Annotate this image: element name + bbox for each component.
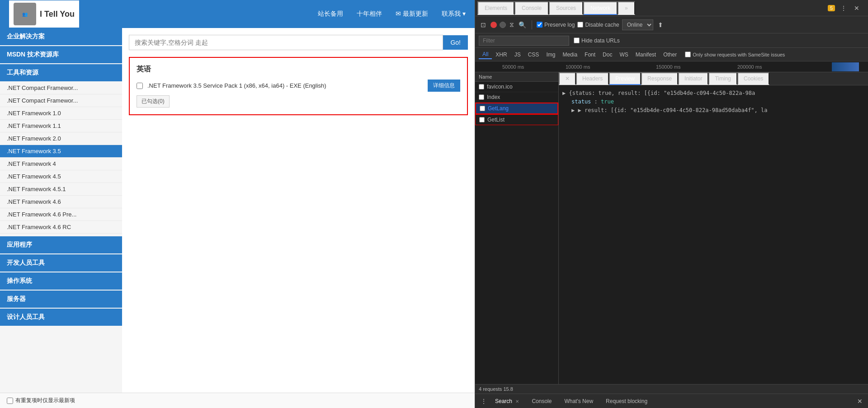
list-item-9[interactable]: .NET Framework 4.6 [0,196,122,208]
more-options-icon[interactable]: ⋮ [839,4,849,13]
type-btn-img[interactable]: Img [542,51,559,59]
sidebar-cat-server[interactable]: 服务器 [0,291,122,308]
bottom-tab-console-label: Console [532,398,552,404]
type-btn-ws[interactable]: WS [616,51,632,59]
preview-tab-preview[interactable]: Preview [609,72,641,85]
hide-data-urls-checkbox[interactable] [574,38,580,43]
list-item-3[interactable]: .NET Framework 1.1 [0,120,122,132]
tab-console[interactable]: Console [514,1,549,15]
request-checkbox-getlist[interactable] [479,117,485,122]
site-content: 企业解决方案 MSDN 技术资源库 工具和资源 .NET Compact Fra… [0,28,475,393]
tab-elements[interactable]: Elements [477,1,514,15]
sidebar-list-scroll[interactable]: .NET Compact Framewor... .NET Compact Fr… [0,82,122,235]
request-item-getlist[interactable]: GetList [475,114,558,125]
latest-only-label: 有重复项时仅显示最新项 [15,397,75,404]
list-item-2[interactable]: .NET Framework 1.0 [0,107,122,120]
type-btn-other[interactable]: Other [660,51,680,59]
list-item-7[interactable]: .NET Framework 4.5 [0,170,122,183]
bottom-tab-console[interactable]: Console [525,396,558,406]
preview-text-3: ▶ result: [{id: "e15db4de-c094-4c50-822a… [578,107,767,113]
preview-tab-close[interactable]: ✕ [559,72,576,85]
list-item-4[interactable]: .NET Framework 2.0 [0,132,122,145]
sameside-checkbox[interactable] [685,52,691,57]
search-input[interactable] [129,35,443,50]
expand-arrow-1[interactable]: ▶ [562,90,569,96]
list-item-10[interactable]: .NET Framework 4.6 Pre... [0,208,122,221]
nav-item-2[interactable]: 十年相伴 [357,10,382,18]
type-btn-font[interactable]: Font [581,51,599,59]
list-item-12[interactable]: .NET Framework 4.6.1 [0,234,122,235]
dock-icon[interactable]: ⊡ [479,20,488,29]
preserve-log-text: Preserve log [544,22,575,28]
preview-tab-cookies[interactable]: Cookies [737,72,769,85]
list-item-5-active[interactable]: .NET Framework 3.5 [0,145,122,158]
stop-button[interactable] [500,22,506,28]
type-btn-xhr[interactable]: XHR [492,51,510,59]
bottom-tab-search[interactable]: Search ✕ [489,396,525,406]
record-button[interactable] [491,22,497,28]
preview-tab-response[interactable]: Response [641,72,678,85]
request-item-getlang[interactable]: GetLang [475,103,558,114]
nav-item-3[interactable]: ✉ 最新更新 [396,10,428,18]
preview-tab-headers[interactable]: Headers [576,72,609,85]
logo-image: 👥 [14,3,36,25]
request-name-getlist: GetList [487,117,554,123]
type-btn-media[interactable]: Media [559,51,581,59]
nav-item-4[interactable]: 联系我 ▾ [442,10,466,18]
type-btn-all[interactable]: All [479,50,492,59]
preserve-log-checkbox[interactable] [537,22,542,28]
request-name-favicon: favicon.ico [487,84,555,90]
tab-sources[interactable]: Sources [549,1,583,15]
request-checkbox-getlang[interactable] [480,106,485,111]
sidebar-cat-enterprise[interactable]: 企业解决方案 [0,28,122,45]
bottom-tab-requestblocking[interactable]: Request blocking [599,396,654,406]
type-btn-manifest[interactable]: Manifest [632,51,660,59]
search-button[interactable]: Go! [443,35,468,50]
type-btn-js[interactable]: JS [511,51,524,59]
sidebar-cat-msdn[interactable]: MSDN 技术资源库 [0,46,122,63]
list-item-8[interactable]: .NET Framework 4.5.1 [0,183,122,196]
tab-network[interactable]: Network [583,1,618,15]
type-btn-doc[interactable]: Doc [599,51,616,59]
request-item-index[interactable]: Index [475,92,558,103]
request-checkbox-favicon[interactable] [479,84,484,89]
list-item-6[interactable]: .NET Framework 4 [0,158,122,170]
devtools-panel: Elements Console Sources Network » 5 ⋮ ✕… [475,0,868,408]
preview-key-status: status [571,98,591,105]
sidebar-cat-apps[interactable]: 应用程序 [0,236,122,253]
disable-cache-checkbox[interactable] [577,22,583,28]
close-bottom-panel-icon[interactable]: ✕ [855,397,864,406]
close-devtools-icon[interactable]: ✕ [852,4,861,13]
bottom-tab-whatsnew[interactable]: What's New [558,396,599,406]
filter-input[interactable] [479,36,569,46]
list-item-11[interactable]: .NET Framework 4.6 RC [0,221,122,234]
nav-item-1[interactable]: 站长备用 [318,10,343,18]
upload-icon[interactable]: ⬆ [656,20,665,29]
preview-tab-initiator[interactable]: Initiator [678,72,708,85]
sidebar-cat-tools[interactable]: 工具和资源 [0,64,122,81]
request-item-favicon[interactable]: favicon.ico [475,82,558,92]
detail-button[interactable]: 详细信息 [428,80,460,92]
preview-tab-timing[interactable]: Timing [708,72,737,85]
search-icon[interactable]: 🔍 [518,20,527,29]
timeline-bar: 50000 ms 100000 ms 150000 ms 200000 ms [475,61,868,72]
expand-arrow-2[interactable]: ▶ [571,107,578,113]
timeline-label-2: 100000 ms [566,64,590,70]
filter-icon[interactable]: ⧖ [509,20,515,29]
request-checkbox-index[interactable] [479,94,484,100]
sidebar-cat-design[interactable]: 设计人员工具 [0,309,122,326]
list-item-1[interactable]: .NET Compact Framewor... [0,94,122,107]
search-tab-close-icon[interactable]: ✕ [515,399,519,404]
hide-data-urls-text: Hide data URLs [581,38,620,44]
sidebar-cat-dev[interactable]: 开发人员工具 [0,254,122,272]
download-checkbox[interactable] [137,83,143,89]
list-item-0[interactable]: .NET Compact Framewor... [0,82,122,94]
logo-avatar: 👥 [22,12,28,17]
preview-text-1: {status: true, result: [{id: "e15db4de-c… [569,90,755,96]
sidebar-cat-os[interactable]: 操作系统 [0,272,122,290]
more-options-bottom-icon[interactable]: ⋮ [479,397,489,406]
tab-more[interactable]: » [618,1,635,15]
type-btn-css[interactable]: CSS [524,51,543,59]
throttle-select[interactable]: Online [622,19,653,30]
latest-only-checkbox[interactable] [7,398,13,404]
